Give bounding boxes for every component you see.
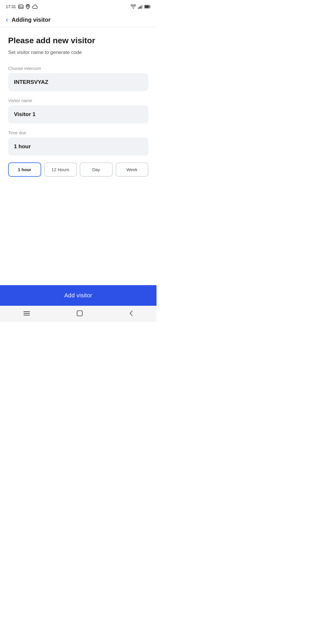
svg-rect-12 bbox=[77, 311, 82, 316]
visitor-name-field: Visitor name Visitor 1 bbox=[8, 98, 148, 123]
location-icon bbox=[26, 4, 30, 9]
svg-point-2 bbox=[27, 5, 29, 7]
visitor-name-value: Visitor 1 bbox=[14, 111, 36, 117]
recents-icon[interactable] bbox=[23, 310, 30, 316]
cloud-icon bbox=[32, 5, 38, 9]
svg-rect-0 bbox=[19, 5, 23, 8]
main-content: Please add new visitor Set visitor name … bbox=[0, 27, 156, 234]
back-nav-icon[interactable] bbox=[129, 310, 134, 317]
time-due-value: 1 hour bbox=[14, 143, 31, 149]
svg-rect-8 bbox=[145, 6, 149, 8]
battery-icon bbox=[144, 5, 151, 8]
system-nav bbox=[0, 306, 156, 322]
svg-rect-10 bbox=[23, 313, 30, 314]
status-bar: 17:31 bbox=[0, 0, 156, 13]
time-due-box[interactable]: 1 hour bbox=[8, 138, 148, 155]
svg-rect-6 bbox=[142, 5, 143, 9]
intercom-field: Choose intercom INTERSVYAZ bbox=[8, 66, 148, 91]
bottom-bar: Add visitor bbox=[0, 285, 156, 306]
intercom-box[interactable]: INTERSVYAZ bbox=[8, 73, 148, 91]
home-icon[interactable] bbox=[77, 310, 83, 316]
spacer bbox=[0, 234, 156, 285]
back-button[interactable]: ‹ bbox=[6, 16, 8, 23]
nav-title: Adding visitor bbox=[12, 17, 50, 23]
duration-12hours[interactable]: 12 Hours bbox=[44, 162, 77, 177]
signal-icon bbox=[138, 5, 143, 9]
page-heading: Please add new visitor bbox=[8, 36, 148, 46]
page-subtext: Set visitor name to generate code bbox=[8, 50, 148, 55]
top-nav: ‹ Adding visitor bbox=[0, 13, 156, 27]
wifi-icon bbox=[130, 4, 136, 9]
svg-point-1 bbox=[19, 6, 20, 7]
duration-day[interactable]: Day bbox=[80, 162, 113, 177]
image-icon bbox=[18, 5, 23, 9]
duration-options: 1 hour 12 Hours Day Week bbox=[8, 162, 148, 177]
visitor-name-box[interactable]: Visitor 1 bbox=[8, 105, 148, 123]
add-visitor-button[interactable]: Add visitor bbox=[0, 285, 156, 306]
svg-rect-4 bbox=[139, 7, 140, 9]
intercom-value: INTERSVYAZ bbox=[14, 79, 48, 85]
svg-rect-11 bbox=[23, 315, 30, 316]
svg-rect-5 bbox=[141, 6, 141, 9]
time-due-label: Time due bbox=[8, 130, 148, 135]
intercom-label: Choose intercom bbox=[8, 66, 148, 71]
visitor-name-label: Visitor name bbox=[8, 98, 148, 103]
time-due-field: Time due 1 hour bbox=[8, 130, 148, 155]
status-time: 17:31 bbox=[6, 4, 16, 9]
svg-rect-9 bbox=[23, 311, 30, 312]
duration-1hour[interactable]: 1 hour bbox=[8, 162, 41, 177]
duration-week[interactable]: Week bbox=[116, 162, 149, 177]
status-icons bbox=[130, 4, 151, 9]
svg-rect-3 bbox=[138, 8, 139, 9]
